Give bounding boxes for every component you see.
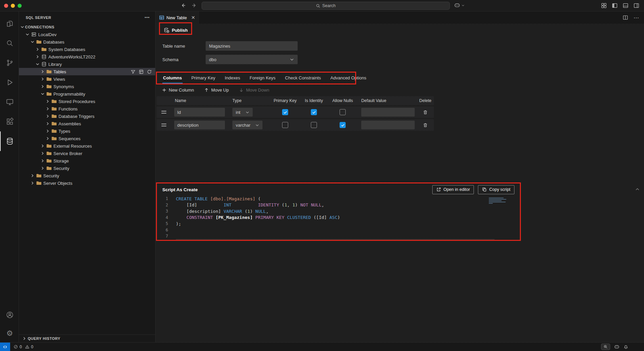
window-maximize-button[interactable] — [18, 4, 22, 8]
tree-item-synonyms[interactable]: Synonyms — [19, 83, 155, 90]
refresh-icon[interactable] — [147, 69, 152, 74]
chevron-right-icon — [40, 69, 45, 74]
publish-button[interactable]: Publish — [162, 25, 190, 35]
copy-script-button[interactable]: Copy script — [478, 185, 514, 194]
account-icon[interactable] — [0, 305, 19, 325]
designer-tab-advanced-options[interactable]: Advanced Options — [330, 73, 367, 83]
tree-item-sequences[interactable]: Sequences — [19, 135, 155, 142]
new-column-button[interactable]: New Column — [162, 87, 194, 93]
chevron-right-icon — [45, 99, 50, 104]
query-history-section[interactable]: QUERY HISTORY — [19, 334, 155, 342]
default-value-input[interactable] — [361, 108, 415, 117]
drag-handle-icon[interactable] — [161, 124, 166, 126]
code-line-4: 4 CONSTRAINT [PK_Magazines] PRIMARY KEY … — [157, 215, 520, 221]
settings-gear-icon[interactable]: ⚙ — [0, 325, 19, 342]
tree-item-storage[interactable]: Storage — [19, 157, 155, 165]
column-type-select[interactable]: varchar — [232, 121, 262, 129]
table-icon[interactable] — [139, 69, 144, 74]
tree-item-adventureworkslt2022[interactable]: AdventureWorksLT2022 — [19, 53, 155, 60]
notifications-bell-icon[interactable] — [623, 344, 628, 349]
tree-item-stored-procedures[interactable]: Stored Procedures — [19, 98, 155, 105]
explorer-icon[interactable] — [0, 14, 19, 33]
tree-item-assemblies[interactable]: Assemblies — [19, 120, 155, 127]
filter-icon[interactable] — [131, 69, 136, 74]
move-down-button[interactable]: Move Down — [239, 87, 269, 93]
allow-nulls-checkbox[interactable] — [340, 122, 346, 128]
errors-icon — [14, 345, 18, 349]
toggle-primary-sidebar-icon[interactable] — [612, 3, 618, 8]
sidebar-more-actions-icon[interactable]: ⋯ — [144, 15, 150, 21]
tree-item-views[interactable]: Views — [19, 75, 155, 83]
tree-item-system-databases[interactable]: System Databases — [19, 46, 155, 53]
tree-item-server-objects[interactable]: Server Objects — [19, 179, 155, 187]
tree-item-programmability[interactable]: Programmability — [19, 90, 155, 98]
tree-item-security[interactable]: Security — [19, 165, 155, 172]
columns-table-body: intvarchar — [157, 106, 434, 131]
primary-key-checkbox[interactable] — [282, 109, 288, 115]
search-sidebar-icon[interactable] — [0, 33, 19, 53]
tree-item-external-resources[interactable]: External Resources — [19, 142, 155, 150]
tree-item-service-broker[interactable]: Service Broker — [19, 150, 155, 157]
delete-row-icon[interactable] — [417, 110, 434, 115]
is-identity-checkbox[interactable] — [311, 122, 317, 128]
table-name-input[interactable] — [206, 41, 298, 51]
screencast-zoom-icon[interactable] — [601, 344, 610, 350]
split-editor-icon[interactable] — [623, 15, 628, 20]
schema-select[interactable]: dbo — [206, 55, 298, 64]
tree-item-databases[interactable]: Databases — [19, 38, 155, 46]
default-value-input[interactable] — [361, 121, 415, 129]
drag-handle-icon[interactable] — [161, 111, 166, 114]
column-name-input[interactable] — [174, 108, 225, 117]
script-code[interactable]: 1CREATE TABLE [dbo].[Magazines] (2 [Id] … — [157, 196, 520, 240]
allow-nulls-checkbox[interactable] — [340, 109, 346, 115]
designer-tab-check-constraints[interactable]: Check Constraints — [284, 73, 322, 83]
warnings-count: 0 — [31, 345, 33, 349]
tree-item-types[interactable]: Types — [19, 127, 155, 135]
go-forward-icon[interactable] — [191, 3, 197, 8]
remote-indicator[interactable] — [0, 343, 10, 351]
designer-tab-foreign-keys[interactable]: Foreign Keys — [249, 73, 276, 83]
column-type-select[interactable]: int — [232, 108, 253, 117]
publish-label: Publish — [172, 28, 188, 33]
run-debug-icon[interactable] — [0, 73, 19, 92]
chevron-right-icon — [40, 84, 45, 89]
code-line-3: 3 [description] VARCHAR (1) NULL, — [157, 208, 520, 215]
tree-item-tables[interactable]: Tables — [19, 68, 155, 75]
tree-item-connections[interactable]: CONNECTIONS — [19, 23, 155, 31]
editor-more-actions-icon[interactable]: ⋯ — [634, 15, 639, 21]
problems-status[interactable]: 0 0 — [10, 345, 38, 349]
extensions-icon[interactable] — [0, 112, 19, 131]
designer-tab-columns[interactable]: Columns — [162, 73, 183, 83]
tree-item-functions[interactable]: Functions — [19, 105, 155, 112]
customize-layout-icon[interactable] — [601, 3, 607, 8]
folder-icon — [51, 121, 57, 126]
is-identity-checkbox[interactable] — [311, 109, 317, 115]
folder-icon — [46, 166, 52, 171]
designer-tab-indexes[interactable]: Indexes — [224, 73, 241, 83]
tree-item-library[interactable]: Library — [19, 60, 155, 68]
copilot-menu-button[interactable] — [454, 2, 465, 8]
tree-item-localdev[interactable]: LocalDev — [19, 31, 155, 38]
toggle-secondary-sidebar-icon[interactable] — [634, 3, 639, 8]
toggle-panel-icon[interactable] — [623, 3, 628, 8]
remote-explorer-icon[interactable] — [0, 92, 19, 112]
tab-new-table[interactable]: New Table ✕ — [156, 11, 199, 24]
primary-key-checkbox[interactable] — [282, 122, 288, 128]
column-header-delete: Delete — [417, 98, 434, 103]
search-command-center[interactable]: Search — [202, 2, 450, 10]
open-in-editor-button[interactable]: Open in editor — [432, 185, 474, 194]
column-name-input[interactable] — [174, 121, 225, 129]
sql-server-extension-icon[interactable] — [0, 131, 19, 151]
copilot-status-icon[interactable] — [614, 344, 620, 350]
tree-item-database-triggers[interactable]: Database Triggers — [19, 112, 155, 120]
window-minimize-button[interactable] — [11, 4, 15, 8]
delete-row-icon[interactable] — [417, 123, 434, 128]
designer-tab-primary-key[interactable]: Primary Key — [191, 73, 216, 83]
scroll-up-icon[interactable] — [635, 187, 640, 192]
tab-close-icon[interactable]: ✕ — [191, 15, 195, 20]
window-close-button[interactable] — [4, 4, 8, 8]
tree-item-security[interactable]: Security — [19, 172, 155, 179]
move-up-button[interactable]: Move Up — [204, 87, 229, 93]
source-control-icon[interactable] — [0, 53, 19, 73]
go-back-icon[interactable] — [181, 3, 186, 8]
